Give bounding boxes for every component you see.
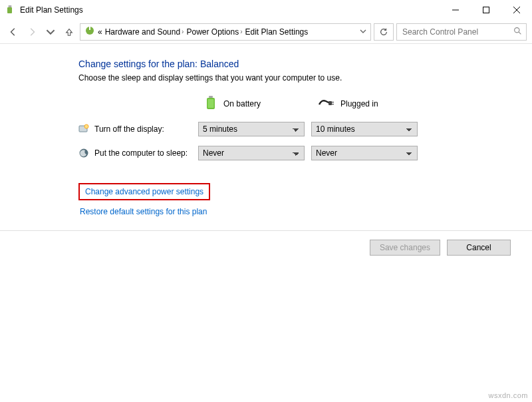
svg-rect-4: [483, 7, 489, 13]
breadcrumb-prefix: «: [98, 27, 102, 37]
svg-rect-12: [209, 96, 213, 98]
restore-defaults-link[interactable]: Restore default settings for this plan: [80, 207, 207, 216]
window-title: Edit Plan Settings: [20, 5, 440, 15]
svg-rect-0: [7, 7, 12, 13]
battery-icon: [205, 95, 217, 112]
watermark: wsxdn.com: [488, 391, 528, 399]
minimize-button[interactable]: [440, 0, 471, 20]
svg-point-9: [515, 27, 519, 32]
advanced-power-settings-link[interactable]: Change advanced power settings: [85, 187, 203, 196]
display-off-icon: [78, 124, 89, 134]
up-button[interactable]: [61, 24, 77, 40]
plug-icon: [318, 97, 334, 110]
cancel-button[interactable]: Cancel: [447, 240, 511, 256]
svg-line-10: [519, 32, 521, 34]
svg-rect-2: [11, 5, 12, 7]
address-dropdown[interactable]: [360, 27, 366, 37]
svg-rect-14: [329, 101, 332, 105]
row-display-label: Turn off the display:: [94, 124, 164, 134]
column-battery-label: On battery: [223, 99, 261, 108]
search-box[interactable]: [396, 23, 527, 41]
search-input[interactable]: [401, 27, 513, 37]
recent-dropdown[interactable]: [43, 24, 59, 40]
power-options-icon: [5, 5, 16, 15]
back-button[interactable]: [5, 24, 21, 40]
column-plugged-label: Plugged in: [340, 99, 378, 108]
svg-point-18: [84, 124, 88, 128]
forward-button[interactable]: [24, 24, 40, 40]
breadcrumb-item[interactable]: Power Options: [186, 27, 239, 37]
divider: [0, 230, 532, 231]
page-subtitle: Choose the sleep and display settings th…: [78, 73, 519, 83]
chevron-right-icon: ›: [182, 28, 184, 35]
control-panel-icon: [84, 25, 95, 38]
close-button[interactable]: [501, 0, 532, 20]
breadcrumb-item[interactable]: Edit Plan Settings: [245, 27, 309, 37]
row-sleep-label: Put the computer to sleep:: [94, 148, 188, 158]
search-icon: [513, 27, 522, 37]
maximize-button[interactable]: [471, 0, 501, 20]
sleep-battery-select[interactable]: Never: [198, 146, 305, 160]
address-bar[interactable]: « Hardware and Sound› Power Options› Edi…: [80, 23, 371, 41]
highlighted-link-box: Change advanced power settings: [78, 183, 210, 200]
chevron-right-icon: ›: [240, 28, 242, 35]
svg-rect-13: [208, 99, 214, 108]
svg-rect-8: [89, 27, 90, 30]
sleep-plugged-select[interactable]: Never: [311, 146, 418, 160]
page-title: Change settings for the plan: Balanced: [78, 59, 519, 69]
save-button[interactable]: Save changes: [370, 240, 440, 256]
sleep-icon: [78, 148, 89, 158]
breadcrumb-item[interactable]: Hardware and Sound: [105, 27, 180, 37]
svg-rect-1: [9, 5, 10, 7]
display-battery-select[interactable]: 5 minutes: [198, 122, 305, 136]
display-plugged-select[interactable]: 10 minutes: [311, 122, 418, 136]
refresh-button[interactable]: [374, 23, 394, 41]
